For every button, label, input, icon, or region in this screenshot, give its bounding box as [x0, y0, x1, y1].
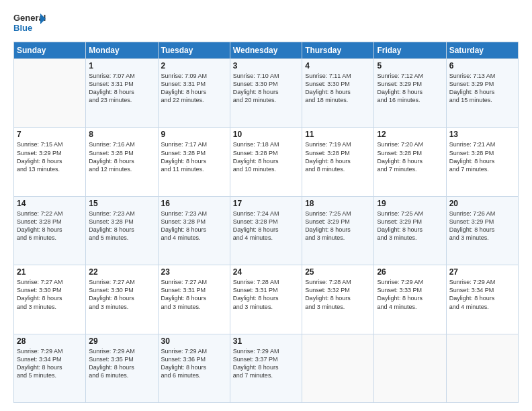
calendar-header-wednesday: Wednesday — [230, 42, 302, 59]
calendar-cell-week2-day2: 8Sunrise: 7:16 AMSunset: 3:28 PMDaylight… — [86, 128, 158, 196]
calendar-cell-week1-day5: 4Sunrise: 7:11 AMSunset: 3:30 PMDaylight… — [302, 59, 374, 128]
day-info: Sunrise: 7:23 AMSunset: 3:28 PMDaylight:… — [161, 210, 227, 242]
day-number: 24 — [233, 267, 299, 277]
calendar-cell-week4-day1: 21Sunrise: 7:27 AMSunset: 3:30 PMDayligh… — [14, 265, 86, 334]
calendar-week-5: 28Sunrise: 7:29 AMSunset: 3:34 PMDayligh… — [14, 334, 519, 402]
calendar-cell-week2-day5: 11Sunrise: 7:19 AMSunset: 3:28 PMDayligh… — [302, 128, 374, 196]
calendar-cell-week5-day6 — [374, 334, 446, 402]
day-info: Sunrise: 7:29 AMSunset: 3:37 PMDaylight:… — [233, 347, 299, 380]
day-number: 12 — [377, 130, 443, 139]
calendar-header-row: SundayMondayTuesdayWednesdayThursdayFrid… — [14, 42, 519, 59]
day-number: 3 — [233, 61, 299, 71]
day-number: 25 — [305, 267, 371, 277]
day-info: Sunrise: 7:20 AMSunset: 3:28 PMDaylight:… — [377, 140, 443, 173]
day-number: 7 — [17, 130, 83, 139]
day-info: Sunrise: 7:29 AMSunset: 3:36 PMDaylight:… — [161, 347, 227, 380]
calendar-cell-week4-day5: 25Sunrise: 7:28 AMSunset: 3:32 PMDayligh… — [302, 265, 374, 334]
calendar-cell-week3-day2: 15Sunrise: 7:23 AMSunset: 3:28 PMDayligh… — [86, 196, 158, 265]
calendar-cell-week3-day4: 17Sunrise: 7:24 AMSunset: 3:28 PMDayligh… — [230, 196, 302, 265]
calendar-cell-week5-day1: 28Sunrise: 7:29 AMSunset: 3:34 PMDayligh… — [14, 334, 86, 402]
day-info: Sunrise: 7:27 AMSunset: 3:31 PMDaylight:… — [161, 278, 227, 311]
day-number: 26 — [377, 267, 443, 277]
calendar-cell-week1-day2: 1Sunrise: 7:07 AMSunset: 3:31 PMDaylight… — [86, 59, 158, 128]
day-number: 8 — [89, 130, 154, 139]
header: General Blue — [13, 11, 519, 36]
day-info: Sunrise: 7:26 AMSunset: 3:29 PMDaylight:… — [449, 210, 515, 242]
day-number: 29 — [89, 336, 154, 346]
calendar-cell-week3-day5: 18Sunrise: 7:25 AMSunset: 3:29 PMDayligh… — [302, 196, 374, 265]
calendar-cell-week3-day6: 19Sunrise: 7:25 AMSunset: 3:29 PMDayligh… — [374, 196, 446, 265]
day-number: 6 — [449, 61, 515, 71]
calendar-cell-week1-day3: 2Sunrise: 7:09 AMSunset: 3:31 PMDaylight… — [158, 59, 230, 128]
day-number: 30 — [161, 336, 227, 346]
calendar-cell-week2-day4: 10Sunrise: 7:18 AMSunset: 3:28 PMDayligh… — [230, 128, 302, 196]
calendar-cell-week2-day3: 9Sunrise: 7:17 AMSunset: 3:28 PMDaylight… — [158, 128, 230, 196]
generalblue-logo-icon: General Blue — [13, 11, 47, 36]
day-number: 13 — [449, 130, 515, 139]
day-number: 4 — [305, 61, 371, 71]
day-number: 23 — [161, 267, 227, 277]
day-info: Sunrise: 7:22 AMSunset: 3:28 PMDaylight:… — [17, 210, 83, 242]
calendar-header-tuesday: Tuesday — [158, 42, 230, 59]
calendar-header-thursday: Thursday — [302, 42, 374, 59]
svg-text:Blue: Blue — [13, 23, 32, 33]
logo: General Blue — [13, 11, 47, 36]
day-info: Sunrise: 7:29 AMSunset: 3:33 PMDaylight:… — [377, 278, 443, 311]
day-info: Sunrise: 7:28 AMSunset: 3:31 PMDaylight:… — [233, 278, 299, 311]
calendar-header-sunday: Sunday — [14, 42, 86, 59]
calendar-week-3: 14Sunrise: 7:22 AMSunset: 3:28 PMDayligh… — [14, 196, 519, 265]
day-number: 28 — [17, 336, 83, 346]
calendar-cell-week5-day5 — [302, 334, 374, 402]
calendar-table: SundayMondayTuesdayWednesdayThursdayFrid… — [13, 42, 519, 403]
calendar-header-monday: Monday — [86, 42, 158, 59]
day-number: 14 — [17, 199, 83, 208]
day-info: Sunrise: 7:07 AMSunset: 3:31 PMDaylight:… — [89, 72, 154, 105]
calendar-cell-week5-day4: 31Sunrise: 7:29 AMSunset: 3:37 PMDayligh… — [230, 334, 302, 402]
day-number: 2 — [161, 61, 227, 71]
calendar-cell-week2-day6: 12Sunrise: 7:20 AMSunset: 3:28 PMDayligh… — [374, 128, 446, 196]
day-info: Sunrise: 7:28 AMSunset: 3:32 PMDaylight:… — [305, 278, 371, 311]
calendar-cell-week1-day1 — [14, 59, 86, 128]
day-info: Sunrise: 7:09 AMSunset: 3:31 PMDaylight:… — [161, 72, 227, 105]
day-number: 19 — [377, 199, 443, 208]
day-info: Sunrise: 7:12 AMSunset: 3:29 PMDaylight:… — [377, 72, 443, 105]
day-number: 22 — [89, 267, 154, 277]
calendar-cell-week3-day7: 20Sunrise: 7:26 AMSunset: 3:29 PMDayligh… — [446, 196, 518, 265]
calendar-week-1: 1Sunrise: 7:07 AMSunset: 3:31 PMDaylight… — [14, 59, 519, 128]
calendar-cell-week1-day7: 6Sunrise: 7:13 AMSunset: 3:29 PMDaylight… — [446, 59, 518, 128]
day-info: Sunrise: 7:27 AMSunset: 3:30 PMDaylight:… — [89, 278, 154, 311]
calendar-cell-week4-day2: 22Sunrise: 7:27 AMSunset: 3:30 PMDayligh… — [86, 265, 158, 334]
day-info: Sunrise: 7:23 AMSunset: 3:28 PMDaylight:… — [89, 210, 154, 242]
calendar-week-4: 21Sunrise: 7:27 AMSunset: 3:30 PMDayligh… — [14, 265, 519, 334]
day-info: Sunrise: 7:10 AMSunset: 3:30 PMDaylight:… — [233, 72, 299, 105]
day-number: 18 — [305, 199, 371, 208]
day-info: Sunrise: 7:15 AMSunset: 3:29 PMDaylight:… — [17, 140, 83, 173]
day-info: Sunrise: 7:16 AMSunset: 3:28 PMDaylight:… — [89, 140, 154, 173]
calendar-header-friday: Friday — [374, 42, 446, 59]
calendar-cell-week5-day7 — [446, 334, 518, 402]
page: General Blue SundayMondayTuesdayWednesda… — [0, 0, 532, 411]
calendar-cell-week4-day3: 23Sunrise: 7:27 AMSunset: 3:31 PMDayligh… — [158, 265, 230, 334]
day-info: Sunrise: 7:25 AMSunset: 3:29 PMDaylight:… — [305, 210, 371, 242]
calendar-cell-week2-day1: 7Sunrise: 7:15 AMSunset: 3:29 PMDaylight… — [14, 128, 86, 196]
day-info: Sunrise: 7:29 AMSunset: 3:34 PMDaylight:… — [449, 278, 515, 311]
calendar-cell-week3-day1: 14Sunrise: 7:22 AMSunset: 3:28 PMDayligh… — [14, 196, 86, 265]
day-number: 20 — [449, 199, 515, 208]
calendar-cell-week4-day7: 27Sunrise: 7:29 AMSunset: 3:34 PMDayligh… — [446, 265, 518, 334]
day-info: Sunrise: 7:21 AMSunset: 3:28 PMDaylight:… — [449, 140, 515, 173]
calendar-cell-week5-day3: 30Sunrise: 7:29 AMSunset: 3:36 PMDayligh… — [158, 334, 230, 402]
calendar-header-saturday: Saturday — [446, 42, 518, 59]
day-number: 11 — [305, 130, 371, 139]
day-number: 9 — [161, 130, 227, 139]
day-number: 16 — [161, 199, 227, 208]
day-number: 31 — [233, 336, 299, 346]
day-info: Sunrise: 7:17 AMSunset: 3:28 PMDaylight:… — [161, 140, 227, 173]
day-info: Sunrise: 7:11 AMSunset: 3:30 PMDaylight:… — [305, 72, 371, 105]
day-info: Sunrise: 7:29 AMSunset: 3:35 PMDaylight:… — [89, 347, 154, 380]
day-number: 10 — [233, 130, 299, 139]
day-number: 27 — [449, 267, 515, 277]
day-number: 21 — [17, 267, 83, 277]
calendar-cell-week4-day6: 26Sunrise: 7:29 AMSunset: 3:33 PMDayligh… — [374, 265, 446, 334]
day-number: 1 — [89, 61, 154, 71]
day-info: Sunrise: 7:25 AMSunset: 3:29 PMDaylight:… — [377, 210, 443, 242]
